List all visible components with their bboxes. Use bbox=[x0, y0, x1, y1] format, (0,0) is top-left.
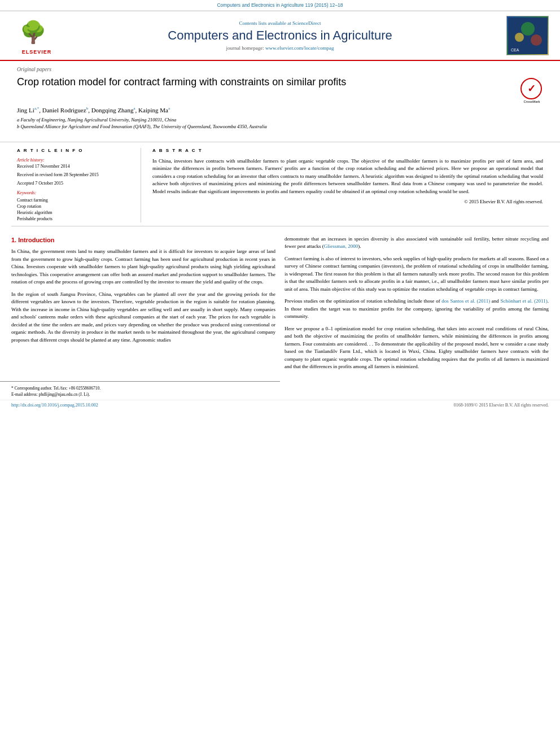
svg-text:CEA: CEA bbox=[511, 48, 519, 52]
keywords-label: Keywords: bbox=[17, 190, 129, 195]
article-info: A R T I C L E I N F O Article history: R… bbox=[17, 148, 141, 222]
keyword-both: both bbox=[294, 333, 303, 339]
affiliation-b: b Queensland Alliance for Agriculture an… bbox=[17, 124, 543, 129]
ref-schonhart[interactable]: Schönhart et al. (2011) bbox=[500, 298, 547, 304]
footnote-area: * Corresponding author. Tel./fax: +86 02… bbox=[0, 381, 280, 400]
intro-para1: In China, the government rents land to m… bbox=[11, 248, 275, 286]
authors-line: Jing Lia,*, Daniel Rodriguezb, Dongqing … bbox=[17, 106, 543, 113]
received-date: Received 17 November 2014 bbox=[17, 164, 129, 169]
sciencedirect-label: Contents lists available at bbox=[239, 20, 292, 26]
intro-para2: In the region of south Jiangsu Province,… bbox=[11, 291, 275, 344]
footnote-star: * Corresponding author. Tel./fax: +86 02… bbox=[11, 385, 269, 391]
author4-sup: a bbox=[168, 106, 170, 111]
copyright-line: © 2015 Elsevier B.V. All rights reserved… bbox=[152, 199, 543, 204]
crossmark-circle: ✓ bbox=[520, 78, 542, 99]
elsevier-tree-icon: 🌳 bbox=[17, 17, 56, 48]
body-col-left: 1. Introduction In China, the government… bbox=[11, 235, 275, 375]
ref-gliessman[interactable]: Gliessman, 2000 bbox=[324, 243, 358, 249]
crossmark-icon: ✓ bbox=[527, 82, 536, 95]
revised-date: Received in revised form 28 September 20… bbox=[17, 172, 129, 177]
author2-name: Daniel Rodriguez bbox=[42, 107, 86, 113]
author1-name: Jing Li bbox=[17, 107, 34, 113]
sciencedirect-link[interactable]: Contents lists available at ScienceDirec… bbox=[62, 20, 498, 26]
journal-header: 🌳 ELSEVIER Contents lists available at S… bbox=[0, 11, 560, 61]
homepage-url[interactable]: www.elsevier.com/locate/compag bbox=[265, 45, 334, 51]
svg-point-4 bbox=[531, 34, 542, 46]
author3-sup: a bbox=[134, 106, 135, 111]
author2-sup: b bbox=[86, 106, 89, 111]
title-row: Crop rotation model for contract farming… bbox=[17, 76, 543, 101]
keyword-4: Perishable products bbox=[17, 216, 129, 221]
journal-reference: Computers and Electronics in Agriculture… bbox=[0, 0, 560, 11]
affiliation-a: a Faculty of Engineering, Nanjing Agricu… bbox=[17, 117, 543, 123]
article-title: Crop rotation model for contract farming… bbox=[17, 76, 509, 89]
journal-cover-image: CEA bbox=[498, 16, 549, 55]
intro-para4: Contract farming is also of interest to … bbox=[285, 255, 549, 294]
author4-name: Kaiping Ma bbox=[138, 107, 168, 113]
intro-para3: demonstrate that an increases in species… bbox=[285, 235, 549, 251]
footer-links: http://dx.doi.org/10.1016/j.compag.2015.… bbox=[0, 400, 560, 410]
crossmark-badge: ✓ CrossMark bbox=[520, 78, 543, 101]
svg-point-3 bbox=[515, 33, 524, 42]
abstract-header: A B S T R A C T bbox=[152, 148, 543, 153]
article-info-header: A R T I C L E I N F O bbox=[17, 148, 129, 153]
author1-sup: a,* bbox=[34, 106, 39, 111]
page: Computers and Electronics in Agriculture… bbox=[0, 0, 560, 747]
journal-ref-text: Computers and Electronics in Agriculture… bbox=[217, 2, 343, 8]
elsevier-logo: 🌳 ELSEVIER bbox=[11, 17, 62, 55]
abstract-text: In China, investors have contracts with … bbox=[152, 158, 543, 196]
homepage-label: journal homepage: bbox=[226, 45, 265, 51]
article-type: Original papers bbox=[17, 67, 543, 72]
abstract-divider bbox=[11, 226, 549, 226]
info-abstract-section: A R T I C L E I N F O Article history: R… bbox=[0, 148, 560, 222]
crossmark-label: CrossMark bbox=[520, 100, 543, 103]
journal-homepage: journal homepage: www.elsevier.com/locat… bbox=[62, 45, 498, 51]
main-body: 1. Introduction In China, the government… bbox=[0, 230, 560, 381]
svg-point-2 bbox=[521, 22, 535, 36]
sciencedirect-anchor[interactable]: ScienceDirect bbox=[292, 20, 321, 26]
article-header: Original papers Crop rotation model for … bbox=[0, 61, 560, 136]
journal-main-title: Computers and Electronics in Agriculture bbox=[62, 28, 498, 43]
journal-title-area: Contents lists available at ScienceDirec… bbox=[62, 20, 498, 51]
author3-name: Dongqing Zhang bbox=[91, 107, 134, 113]
accepted-date: Accepted 7 October 2015 bbox=[17, 181, 129, 186]
keyword-3: Heuristic algorithm bbox=[17, 210, 129, 215]
keyword-2: Crop rotation bbox=[17, 204, 129, 209]
body-col-right: demonstrate that an increases in species… bbox=[285, 235, 549, 375]
cover-art-icon: CEA bbox=[508, 18, 548, 54]
header-divider bbox=[0, 142, 560, 142]
intro-para6: Here we propose a 0–1 optimization model… bbox=[285, 325, 549, 371]
issn-text: 0168-1699/© 2015 Elsevier B.V. All right… bbox=[454, 403, 549, 408]
keyword-1: Contract farming bbox=[17, 198, 129, 203]
affiliations: a Faculty of Engineering, Nanjing Agricu… bbox=[17, 117, 543, 129]
elsevier-wordmark: ELSEVIER bbox=[22, 49, 52, 55]
abstract-section: A B S T R A C T In China, investors have… bbox=[141, 148, 543, 222]
footnote-email: E-mail address: phdlijing@njau.edu.cn (J… bbox=[11, 391, 269, 397]
doi-link[interactable]: http://dx.doi.org/10.1016/j.compag.2015.… bbox=[11, 403, 98, 408]
ref-santos[interactable]: dos Santos et al. (2011) bbox=[441, 298, 490, 304]
history-label: Article history: bbox=[17, 158, 129, 163]
section1-title: 1. Introduction bbox=[11, 235, 275, 245]
journal-cover-placeholder: CEA bbox=[506, 16, 549, 55]
intro-para5: Previous studies on the optimization of … bbox=[285, 298, 549, 321]
svg-text:🌳: 🌳 bbox=[20, 19, 47, 45]
